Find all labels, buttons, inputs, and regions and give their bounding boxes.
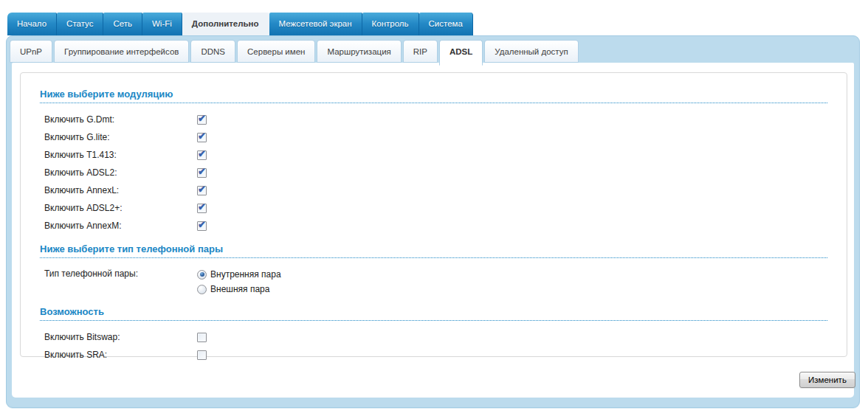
check-icon: ✔ [198,202,206,212]
annexm-label: Включить AnnexM: [44,221,197,231]
check-icon: ✔ [198,167,206,176]
glite-checkbox[interactable]: ✔ [197,133,207,142]
bitswap-label: Включить Bitswap: [44,332,197,342]
glite-label: Включить G.lite: [44,132,197,142]
annexl-checkbox[interactable]: ✔ [197,186,207,195]
adsl2-checkbox[interactable]: ✔ [197,168,207,178]
bitswap-checkbox[interactable]: ✔ [197,333,207,342]
tab-home[interactable]: Начало [7,13,57,35]
row-bitswap: Включить Bitswap: ✔ [44,328,827,346]
check-icon: ✔ [198,131,206,141]
internal-pair-label: Внутренняя пара [210,269,281,280]
row-glite: Включить G.lite: ✔ [44,128,827,146]
modulation-rows: Включить G.Dmt: ✔ Включить G.lite: ✔ Вкл… [44,111,827,235]
row-t1413: Включить T1.413: ✔ [44,146,827,164]
row-adsl2: Включить ADSL2: ✔ [44,164,827,181]
adsl-settings-panel: Ниже выберите модуляцию Включить G.Dmt: … [12,63,854,398]
subtab-rip[interactable]: RIP [403,40,438,63]
row-sra: Включить SRA: ✔ [44,346,827,364]
subtab-upnp[interactable]: UPnP [10,40,52,63]
check-icon: ✔ [198,184,206,194]
check-icon: ✔ [198,220,206,229]
content-frame: UPnP Группирование интерфейсов DDNS Серв… [6,35,860,408]
tab-status[interactable]: Статус [57,13,103,35]
row-annexl: Включить AnnexL: ✔ [44,181,827,199]
subtab-routing[interactable]: Маршрутизация [317,40,401,63]
sra-label: Включить SRA: [44,350,197,360]
adsl2plus-label: Включить ADSL2+: [44,203,197,213]
sra-checkbox[interactable]: ✔ [197,350,207,360]
tab-network[interactable]: Сеть [103,13,142,35]
t1413-label: Включить T1.413: [44,150,197,160]
phone-pair-options: Внутренняя пара Внешняя пара [197,267,281,297]
subtab-interface-grouping[interactable]: Группирование интерфейсов [54,40,189,63]
gdmt-checkbox[interactable]: ✔ [197,115,207,125]
adsl-form: Ниже выберите модуляцию Включить G.Dmt: … [20,72,847,357]
internal-pair-radio[interactable] [197,270,207,280]
row-adsl2plus: Включить ADSL2+: ✔ [44,199,827,217]
check-icon: ✔ [198,114,206,123]
row-annexm: Включить AnnexM: ✔ [44,217,827,235]
capability-section-title: Возможность [40,306,827,321]
advanced-sub-nav: UPnP Группирование интерфейсов DDNS Серв… [10,40,580,66]
adsl2plus-checkbox[interactable]: ✔ [197,204,207,213]
tab-wifi[interactable]: Wi-Fi [142,13,182,35]
annexl-label: Включить AnnexL: [44,185,197,195]
tab-advanced[interactable]: Дополнительно [182,13,269,35]
capability-rows: Включить Bitswap: ✔ Включить SRA: ✔ [44,328,827,364]
t1413-checkbox[interactable]: ✔ [197,150,207,160]
check-icon: ✔ [198,149,206,159]
modulation-section-title: Ниже выберите модуляцию [40,89,827,103]
router-admin-page: Начало Статус Сеть Wi-Fi Дополнительно М… [0,0,868,416]
subtab-ddns[interactable]: DDNS [190,40,235,63]
external-pair-radio[interactable] [197,285,207,294]
phone-pair-row: Тип телефонной пары: Внутренняя пара Вне… [44,267,827,297]
tab-control[interactable]: Контроль [362,13,419,35]
gdmt-label: Включить G.Dmt: [44,114,197,125]
option-internal-pair: Внутренняя пара [197,267,281,282]
phone-pair-label: Тип телефонной пары: [44,267,197,279]
tab-system[interactable]: Система [419,13,473,35]
adsl2-label: Включить ADSL2: [44,167,197,178]
apply-button[interactable]: Изменить [799,372,855,388]
subtab-name-servers[interactable]: Серверы имен [237,40,315,63]
tab-firewall[interactable]: Межсетевой экран [269,13,362,35]
row-gdmt: Включить G.Dmt: ✔ [44,111,827,128]
subtab-remote-access[interactable]: Удаленный доступ [484,40,578,63]
main-nav: Начало Статус Сеть Wi-Fi Дополнительно М… [7,13,473,35]
phone-pair-section-title: Ниже выберите тип телефонной пары [40,243,827,258]
option-external-pair: Внешняя пара [197,282,281,297]
subtab-adsl[interactable]: ADSL [439,40,483,66]
external-pair-label: Внешняя пара [210,284,269,294]
annexm-checkbox[interactable]: ✔ [197,221,207,231]
